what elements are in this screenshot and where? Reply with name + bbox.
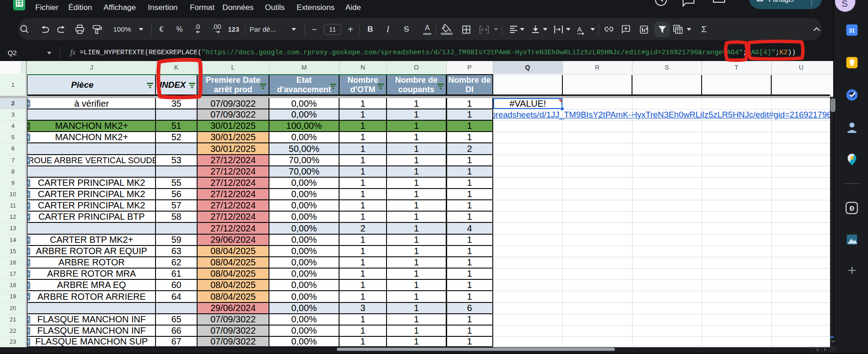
svg-text:31: 31 bbox=[849, 28, 855, 34]
svg-text:Ɖ: Ɖ bbox=[849, 205, 854, 212]
svg-text:A: A bbox=[577, 25, 582, 33]
